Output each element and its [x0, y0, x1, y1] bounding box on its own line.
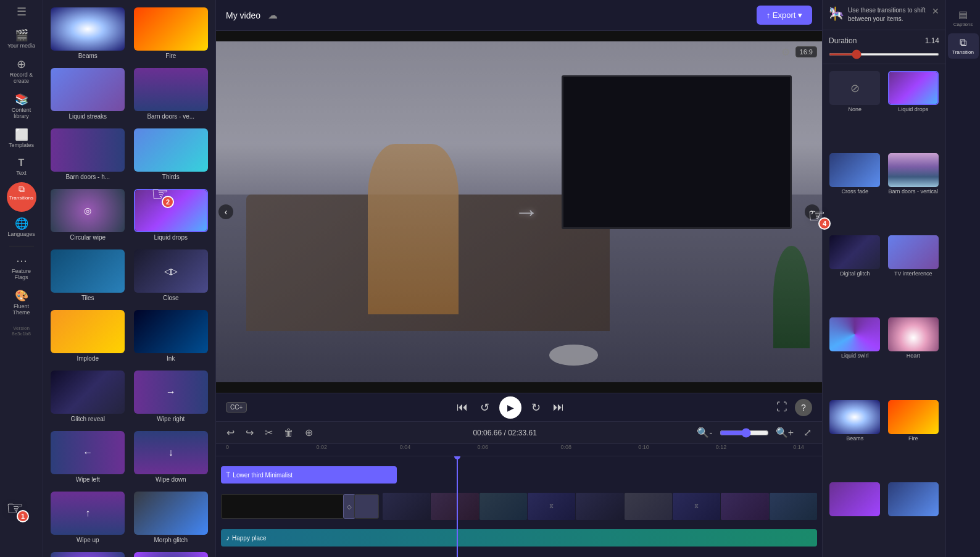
- transition-marker-1[interactable]: ◇: [343, 494, 355, 519]
- ruler-mark-010: 0:10: [638, 444, 649, 450]
- black-clip-2[interactable]: [354, 494, 379, 519]
- transition-item-circular-wipe[interactable]: ◎Circular wipe: [48, 186, 128, 243]
- transition-name-liquid-drops: Liquid drops: [154, 234, 188, 241]
- transition-name-beams: Beams: [78, 52, 98, 59]
- sidebar-item-text[interactable]: T Text: [3, 154, 40, 180]
- video-frame-6[interactable]: [625, 493, 672, 520]
- sidebar-item-fluent-theme[interactable]: 🎨 Fluent Theme: [3, 287, 40, 319]
- text-track-row: T Lower third Minimalist: [216, 460, 822, 490]
- audio-clip-icon: ♪: [226, 534, 230, 542]
- transition-item-tiles[interactable]: Tiles: [48, 247, 128, 304]
- transition-item-ink[interactable]: Ink: [131, 308, 211, 364]
- video-frame-2[interactable]: [431, 493, 478, 520]
- close-panel-button[interactable]: ✕: [932, 6, 939, 16]
- rewind-button[interactable]: ↺: [478, 398, 492, 417]
- export-button[interactable]: ↑ Export ▾: [757, 6, 812, 25]
- sidebar-item-transitions[interactable]: ⧉ Transitions: [7, 182, 36, 212]
- playhead[interactable]: [457, 456, 458, 557]
- expand-timeline-button[interactable]: ⤢: [800, 425, 815, 440]
- menu-icon[interactable]: ☰: [17, 5, 27, 19]
- rp-transition-none[interactable]: ⊘None: [828, 69, 882, 148]
- frs-item-transition[interactable]: ⧉ Transition: [948, 33, 979, 59]
- your-media-label: Your media: [7, 43, 35, 49]
- next-clip-button[interactable]: ›: [805, 204, 820, 219]
- delete-button[interactable]: 🗑: [281, 425, 297, 440]
- rp-transition-cross-fade[interactable]: Cross fade: [828, 151, 882, 230]
- video-frame-7[interactable]: ⧖: [673, 493, 720, 520]
- rp-transition-digital-glitch[interactable]: Digital glitch: [828, 233, 882, 312]
- video-frame-5[interactable]: [576, 493, 623, 520]
- transition-item-zoom-out[interactable]: ⊖Zoom out: [131, 550, 211, 557]
- transition-item-wipe-up[interactable]: ↑Wipe up: [48, 489, 128, 546]
- video-frame-4[interactable]: ⧖: [528, 493, 575, 520]
- play-button[interactable]: ▶: [499, 396, 521, 419]
- video-frame-1[interactable]: [383, 493, 430, 520]
- fast-forward-button[interactable]: ↻: [529, 398, 543, 417]
- tip-icon: 🎠: [829, 6, 844, 21]
- video-settings-icon[interactable]: ⚙: [781, 46, 790, 58]
- captions-button[interactable]: CC+: [226, 402, 247, 413]
- transition-item-implode[interactable]: Implode: [48, 308, 128, 364]
- playback-controls: CC+ ⏮ ↺ ▶ ↻ ⏭ ⛶ ?: [216, 393, 822, 421]
- transition-item-morph-glitch[interactable]: Morph glitch: [131, 489, 211, 546]
- transition-item-glitch-reveal[interactable]: Glitch reveal: [48, 368, 128, 425]
- redo-button[interactable]: ↪: [243, 425, 257, 440]
- fullscreen-button[interactable]: ⛶: [774, 398, 790, 416]
- rp-transition-barn-doors-rp[interactable]: Barn doors - vertical: [886, 151, 941, 230]
- duration-slider[interactable]: [829, 53, 939, 56]
- zoom-in-button[interactable]: 🔍+: [773, 425, 797, 440]
- video-frame-8[interactable]: [721, 493, 768, 520]
- playhead-handle[interactable]: [454, 456, 460, 459]
- transition-item-liquid-drops[interactable]: Liquid drops: [131, 186, 211, 243]
- record-create-label: Record & create: [6, 72, 38, 84]
- skip-forward-button[interactable]: ⏭: [550, 398, 567, 416]
- transition-item-thirds[interactable]: Thirds: [131, 126, 211, 183]
- help-button[interactable]: ?: [795, 399, 812, 416]
- sidebar-item-your-media[interactable]: 🎬 Your media: [3, 26, 40, 52]
- rp-transition-liquid-swirl[interactable]: Liquid swirl: [828, 316, 882, 394]
- timeline-area: ↩ ↪ ✂ 🗑 ⊕ 00:06.66 / 02:33.61 🔍- 🔍+ ⤢ 0 …: [216, 421, 822, 557]
- text-clip-type-icon: T: [226, 471, 230, 479]
- transition-item-beams[interactable]: Beams: [48, 5, 128, 62]
- rp-transition-liquid-drops-rp[interactable]: Liquid drops: [886, 69, 941, 148]
- rp-transition-tv-interference[interactable]: TV interference: [886, 233, 941, 312]
- zoom-out-button[interactable]: 🔍-: [694, 425, 715, 440]
- prev-clip-button[interactable]: ‹: [218, 204, 233, 219]
- black-clip-1[interactable]: [221, 494, 344, 519]
- ruler-mark-0: 0: [226, 444, 229, 450]
- transition-name-morph-glitch: Morph glitch: [154, 537, 188, 543]
- skip-back-button[interactable]: ⏮: [454, 398, 470, 416]
- sidebar-item-record-create[interactable]: ⊕ Record & create: [3, 55, 40, 88]
- rp-transition-heart[interactable]: Heart: [886, 316, 941, 394]
- sidebar-item-version: Version 8e3c1b8: [3, 322, 40, 340]
- video-frame-3[interactable]: [480, 493, 527, 520]
- sidebar-item-templates[interactable]: ⬜ Templates: [3, 125, 40, 152]
- transition-item-liquid-streaks[interactable]: Liquid streaks: [48, 65, 128, 122]
- rp-transition-fire-rp[interactable]: Fire: [886, 398, 941, 477]
- frs-item-captions[interactable]: ▤ Captions: [948, 5, 979, 31]
- transition-item-wipe-down[interactable]: ↓Wipe down: [131, 429, 211, 485]
- cut-button[interactable]: ✂: [262, 425, 276, 440]
- rp-transition-extra1[interactable]: [828, 480, 882, 552]
- add-media-button[interactable]: ⊕: [302, 425, 316, 440]
- rp-transition-extra2[interactable]: [886, 480, 941, 552]
- transition-item-wipe-right[interactable]: →Wipe right: [131, 368, 211, 425]
- text-clip[interactable]: T Lower third Minimalist: [221, 466, 397, 484]
- video-frame-9[interactable]: [770, 493, 817, 520]
- rp-transition-beams-rp[interactable]: Beams: [828, 398, 882, 477]
- sidebar-item-content-library[interactable]: 📚 Content library: [3, 90, 40, 123]
- transition-item-barn-doors-v[interactable]: Barn doors - ve...: [131, 65, 211, 122]
- transition-item-fire[interactable]: Fire: [131, 5, 211, 62]
- zoom-slider[interactable]: [720, 428, 769, 438]
- audio-clip[interactable]: ♪ Happy place: [221, 529, 817, 547]
- transition-item-barn-doors-h[interactable]: Barn doors - h...: [48, 126, 128, 183]
- ruler-mark-012: 0:12: [716, 444, 727, 450]
- save-icon[interactable]: ☁: [268, 9, 278, 21]
- sidebar-item-feature-flags[interactable]: ⋯ Feature Flags: [3, 251, 40, 284]
- undo-button[interactable]: ↩: [223, 425, 238, 440]
- rp-name-liquid-swirl: Liquid swirl: [841, 353, 869, 359]
- transition-item-wipe-left[interactable]: ←Wipe left: [48, 429, 128, 485]
- sidebar-item-languages[interactable]: 🌐 Languages: [3, 214, 40, 241]
- transition-item-zoom-in[interactable]: ⊕Zoom in: [48, 550, 128, 557]
- transition-item-close[interactable]: ◁▷Close: [131, 247, 211, 304]
